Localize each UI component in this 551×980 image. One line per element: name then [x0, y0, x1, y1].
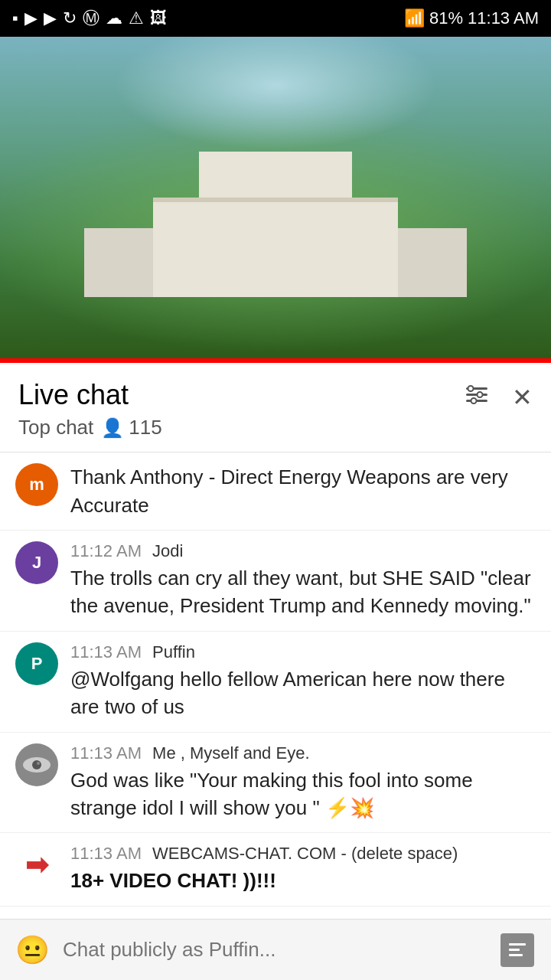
message-content: 11:12 AM Jodi The trolls can cry all the…: [70, 541, 536, 620]
avatar: ➡: [15, 844, 58, 887]
message-time: 11:13 AM: [70, 642, 142, 662]
svg-point-5: [471, 398, 477, 403]
chat-header: Live chat Top chat 👤 115 ✕: [0, 363, 551, 452]
status-icons: ▪ ▶ ▶ ↻ Ⓜ ☁ ⚠ 🖼: [12, 7, 167, 30]
message-meta: 11:12 AM Jodi: [70, 541, 536, 561]
battery-text: 81%: [429, 8, 463, 28]
message-content: 11:13 AM WEBCAMS-CHAT. COM - (delete spa…: [70, 844, 536, 894]
emoji-button[interactable]: 😐: [12, 930, 52, 970]
message-meta: 11:13 AM Me , Myself and Eye.: [70, 743, 536, 763]
app-icon-cloud: ☁: [106, 8, 122, 28]
svg-point-7: [32, 760, 41, 769]
whitehouse-image: [84, 144, 467, 297]
close-icon[interactable]: ✕: [512, 385, 533, 410]
wifi-icon: 📶: [404, 8, 425, 28]
list-item: P 11:13 AM Puffin @Wolfgang hello fellow…: [0, 632, 551, 733]
viewer-count: 👤 115: [101, 416, 161, 439]
avatar: m: [15, 463, 58, 506]
status-bar: ▪ ▶ ▶ ↻ Ⓜ ☁ ⚠ 🖼 📶 81% 11:13 AM: [0, 0, 551, 37]
app-icon-folder: ▪: [12, 8, 18, 28]
chat-header-icons: ✕: [463, 378, 533, 413]
message-text: God was like "Your making this fool into…: [70, 766, 536, 822]
message-time: 11:12 AM: [70, 541, 142, 560]
message-text: 18+ VIDEO CHAT! ))!!!: [70, 867, 536, 894]
app-icon-img: 🖼: [150, 8, 167, 28]
message-username: Puffin: [152, 642, 195, 662]
app-icon-play: ▶: [24, 8, 37, 28]
message-time: 11:13 AM: [70, 743, 142, 763]
video-thumbnail[interactable]: [0, 37, 551, 358]
svg-rect-10: [509, 949, 520, 951]
list-item: m Thank Anthony - Direct Energy Weapons …: [0, 452, 551, 531]
avatar: J: [15, 541, 58, 584]
chat-text-input[interactable]: [63, 938, 485, 962]
message-text: The trolls can cry all they want, but SH…: [70, 564, 536, 620]
message-meta: 11:13 AM Puffin: [70, 642, 536, 662]
message-username: WEBCAMS-CHAT. COM - (delete space): [152, 844, 458, 863]
time-text: 11:13 AM: [468, 8, 539, 28]
people-icon: 👤: [101, 417, 124, 439]
message-content: 11:13 AM Me , Myself and Eye. God was li…: [70, 743, 536, 822]
svg-point-4: [478, 392, 483, 397]
chat-input-bar[interactable]: 😐: [0, 919, 551, 980]
list-item: ➡ 11:13 AM WEBCAMS-CHAT. COM - (delete s…: [0, 833, 551, 906]
message-text: Thank Anthony - Direct Energy Weapons ar…: [70, 463, 536, 519]
avatar: [15, 743, 58, 786]
svg-rect-9: [509, 943, 526, 946]
message-username: Jodi: [152, 541, 183, 560]
message-time: 11:13 AM: [70, 844, 142, 863]
message-content: 11:13 AM Puffin @Wolfgang hello fellow A…: [70, 642, 536, 721]
message-content: Thank Anthony - Direct Energy Weapons ar…: [70, 463, 536, 519]
viewer-count-number: 115: [129, 416, 161, 439]
app-icon-warn: ⚠: [129, 8, 144, 28]
message-username: Me , Myself and Eye.: [152, 743, 309, 763]
message-text: @Wolfgang hello fellow American here now…: [70, 665, 536, 721]
top-chat-label[interactable]: Top chat: [18, 416, 93, 439]
message-meta: 11:13 AM WEBCAMS-CHAT. COM - (delete spa…: [70, 844, 536, 864]
chat-sub: Top chat 👤 115: [18, 416, 162, 439]
list-item: 11:13 AM Me , Myself and Eye. God was li…: [0, 733, 551, 834]
avatar: P: [15, 642, 58, 685]
list-item: J 11:12 AM Jodi The trolls can cry all t…: [0, 531, 551, 632]
app-icon-sync: ↻: [63, 8, 77, 28]
chat-header-info: Live chat Top chat 👤 115: [18, 378, 162, 439]
status-info: 📶 81% 11:13 AM: [404, 8, 539, 28]
svg-point-8: [37, 762, 40, 765]
live-chat-title: Live chat: [18, 378, 162, 411]
send-icon: [500, 933, 534, 967]
svg-point-3: [468, 386, 474, 391]
app-icon-m: Ⓜ: [83, 7, 99, 30]
chat-messages-list: m Thank Anthony - Direct Energy Weapons …: [0, 452, 551, 980]
svg-rect-11: [509, 954, 523, 956]
send-button[interactable]: [496, 929, 539, 972]
filter-icon[interactable]: [463, 381, 491, 413]
app-icon-play2: ▶: [44, 8, 57, 28]
